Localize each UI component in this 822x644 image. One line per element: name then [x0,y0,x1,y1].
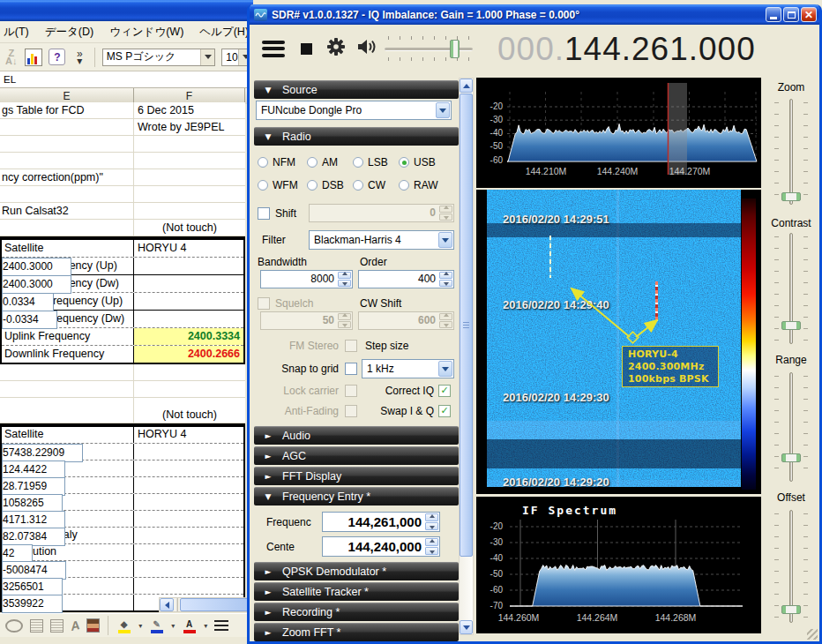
speaker-icon[interactable] [356,38,377,59]
sort-descending-icon[interactable]: ZA↓ [4,49,19,66]
help-icon[interactable]: ? [49,49,65,66]
center-input[interactable]: 144,240,000 [322,536,440,557]
scrollbar-thumb[interactable] [180,598,252,611]
sheet-row[interactable]: Wrote by JE9PEL [0,119,245,136]
slider-track[interactable] [789,372,793,482]
radio-button[interactable] [353,157,363,168]
sheet-row[interactable]: (Not touch) [0,407,245,423]
textbox-tool-icon[interactable] [30,619,43,633]
waterfall-display[interactable]: 2016/02/20 14:29:51 2016/02/20 14:29:40 … [476,190,761,494]
table-row[interactable]: Xg -5008474 [2,560,243,577]
mode-dsb[interactable]: DSB [307,174,344,197]
volume-slider[interactable] [385,35,473,62]
settings-gear-icon[interactable] [326,37,346,60]
table-row[interactable]: Downlink Frequency 2400.2666 [2,345,243,363]
offset-slider[interactable] [772,510,811,623]
radio-button[interactable] [258,157,268,168]
slider-thumb[interactable] [450,40,460,58]
chevron-down-icon[interactable]: ▾ [171,622,175,630]
radio-button[interactable] [307,157,318,168]
sheet-row[interactable]: (Not touch) [0,220,245,236]
squelch-checkbox[interactable] [258,297,270,310]
correct-iq-checkbox[interactable] [438,385,451,397]
scrollbar-thumb[interactable] [460,94,473,557]
panel-header-qpsk[interactable]: ►QPSK Demodulator * [254,562,459,580]
cw-shift-input[interactable]: 600 [358,311,454,330]
oval-tool-icon[interactable] [5,619,23,633]
scrollbar-divider[interactable] [176,598,178,611]
source-device-combobox[interactable]: FUNcube Dongle Pro [256,101,452,120]
frequency-dim-digits[interactable]: 000. [497,31,564,67]
filter-combobox[interactable]: Blackman-Harris 4 [309,230,454,250]
panel-header-radio[interactable]: ▼Radio [254,127,459,146]
line-style-button[interactable] [214,620,228,631]
sheet-row[interactable] [0,153,245,169]
toolbar-overflow-button[interactable]: »▾ [71,49,86,66]
zoom-slider[interactable] [772,99,811,205]
table-row[interactable]: Satellite HORYU 4 [2,238,243,257]
fm-stereo-checkbox[interactable] [345,340,357,352]
mode-usb[interactable]: USB [399,151,436,174]
spinner[interactable] [439,206,452,221]
mode-cw[interactable]: CW [353,174,385,197]
fill-color-button[interactable]: ◆ [116,618,131,633]
chevron-down-icon[interactable]: ▾ [204,622,207,630]
sheet-row[interactable] [0,136,245,153]
slider-thumb[interactable] [781,453,801,462]
menu-item-help[interactable]: ヘルプ(H) [199,25,249,40]
panel-header-zoom-fft[interactable]: ►Zoom FFT * [254,623,459,641]
table-row[interactable]: MJD 57438.22909 [2,443,243,460]
table-row[interactable]: Satellite HORYU 4 [2,425,243,443]
spinner[interactable] [425,538,438,555]
menu-icon[interactable] [262,41,285,57]
step-size-combobox[interactable]: 1 kHz [362,359,454,378]
sdr-titlebar[interactable]: SDR# v1.0.0.1327 - IQ Imbalance: Gain = … [250,4,819,25]
panel-header-satellite-tracker[interactable]: ►Satellite Tracker * [254,582,459,601]
mode-nfm[interactable]: NFM [258,151,295,174]
order-input[interactable]: 400 [358,270,454,288]
contrast-slider[interactable] [772,233,811,344]
chart-wizard-icon[interactable] [25,49,42,66]
snap-checkbox[interactable] [345,363,357,375]
panel-header-source[interactable]: ▼Source [254,80,459,99]
panel-header-recording[interactable]: ►Recording * [254,603,459,621]
frequency-digits[interactable]: 144.261.000 [564,31,756,67]
resize-grip[interactable] [807,629,818,640]
shift-checkbox[interactable] [258,207,270,220]
bandwidth-input[interactable]: 8000 [260,270,353,288]
table-row[interactable]: Doppler Frequency (Dw) -0.0334 [2,310,243,327]
menu-item-window[interactable]: ウィンドウ(W) [109,25,183,40]
mode-lsb[interactable]: LSB [353,151,388,174]
table-row[interactable]: Range Rate 4171.312 [2,510,243,527]
mode-am[interactable]: AM [307,151,338,174]
frequency-display[interactable]: 000.144.261.000 [497,33,756,65]
chevron-down-icon[interactable] [438,361,452,377]
line-color-button[interactable]: ✎ [149,618,164,633]
slider-thumb[interactable] [781,605,801,614]
scroll-left-button[interactable] [160,598,174,611]
chevron-down-icon[interactable] [436,102,450,118]
spinner[interactable] [439,272,452,287]
radio-button-selected[interactable] [399,157,409,168]
name-box[interactable]: EL [0,71,253,88]
wordart-tool-icon[interactable]: A [69,618,80,633]
mode-wfm[interactable]: WFM [258,174,298,197]
spinner[interactable] [425,513,438,530]
table-row[interactable]: Center Frequency (Up) 2400.3000 [2,257,243,274]
slider-thumb[interactable] [781,192,801,201]
stop-button[interactable] [301,43,312,55]
range-slider[interactable] [772,372,811,482]
spinner[interactable] [439,313,452,328]
sheet-row[interactable]: Run Calsat32 [0,203,245,220]
radio-button[interactable] [258,180,268,191]
shift-input[interactable]: 0 [309,204,454,222]
mode-raw[interactable]: RAW [399,174,438,197]
swap-iq-checkbox[interactable] [438,405,451,417]
excel-titlebar[interactable] [0,0,253,21]
radio-button[interactable] [399,180,409,191]
table-row[interactable]: Center Frequency (Dw) 2400.3000 [2,274,243,292]
panel-header-fft-display[interactable]: ►FFT Display [254,467,459,485]
table-row[interactable]: Mean Anomaly 82.07384 [2,527,243,543]
chevron-down-icon[interactable] [200,49,214,65]
radio-button[interactable] [307,180,318,191]
